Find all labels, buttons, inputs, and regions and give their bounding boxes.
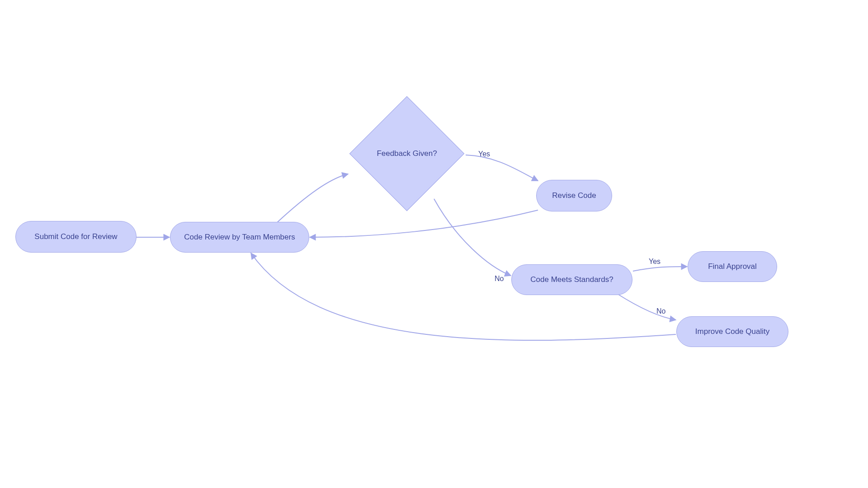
edge-label-meets-no: No (656, 307, 665, 315)
node-final-label: Final Approval (708, 262, 757, 271)
node-final: Final Approval (688, 251, 777, 282)
diamond-shape (349, 96, 465, 211)
edge-label-meets-yes: Yes (649, 258, 660, 266)
edge-review-to-feedback (276, 174, 348, 224)
edge-feedback-yes (466, 155, 538, 181)
node-submit-label: Submit Code for Review (34, 232, 117, 241)
edge-meets-no (617, 294, 676, 320)
edge-meets-yes (633, 267, 687, 271)
node-revise-label: Revise Code (552, 191, 596, 200)
node-improve-label: Improve Code Quality (695, 327, 769, 336)
node-improve: Improve Code Quality (676, 316, 788, 347)
edge-label-feedback-no: No (495, 275, 504, 283)
flowchart-canvas: Submit Code for Review Code Review by Te… (0, 0, 868, 488)
node-review-label: Code Review by Team Members (184, 233, 295, 242)
node-revise: Revise Code (536, 180, 612, 211)
node-meets: Code Meets Standards? (511, 264, 632, 295)
edge-label-feedback-yes: Yes (478, 150, 490, 158)
node-feedback: Feedback Given? (344, 90, 470, 217)
node-submit: Submit Code for Review (15, 221, 137, 253)
node-meets-label: Code Meets Standards? (530, 275, 613, 284)
